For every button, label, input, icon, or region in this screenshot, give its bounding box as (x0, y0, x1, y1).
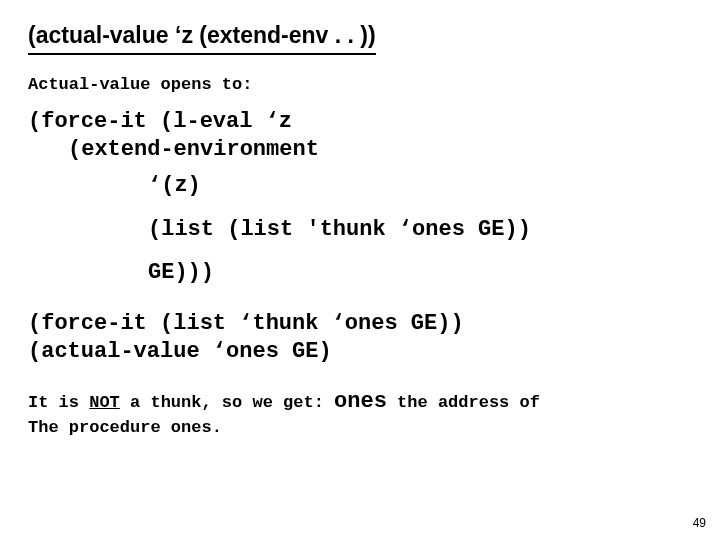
page-number: 49 (693, 516, 706, 530)
slide-title: (actual-value ‘z (extend-env . . )) (28, 22, 376, 55)
summary-ones: ones (334, 389, 387, 414)
intro-line: Actual-value opens to: (28, 75, 692, 94)
code-block-d: GE))) (148, 258, 692, 288)
summary-post1: the address of (387, 393, 540, 412)
code-block-c: (list (list 'thunk ‘ones GE)) (148, 215, 692, 245)
code-e-line1: (force-it (list ‘thunk ‘ones GE)) (28, 310, 692, 338)
summary-text: It is NOT a thunk, so we get: ones the a… (28, 387, 692, 440)
code-block-b: ‘(z) (148, 171, 692, 201)
summary-post2: The procedure ones. (28, 418, 222, 437)
summary-mid: a thunk, so we get: (120, 393, 334, 412)
summary-not: NOT (89, 393, 120, 412)
summary-pre: It is (28, 393, 89, 412)
code-a-line2: (extend-environment (28, 136, 692, 164)
code-block-a: (force-it (l-eval ‘z (extend-environment (28, 108, 692, 163)
code-block-e: (force-it (list ‘thunk ‘ones GE)) (actua… (28, 310, 692, 365)
code-e-line2: (actual-value ‘ones GE) (28, 338, 692, 366)
code-a-line1: (force-it (l-eval ‘z (28, 108, 692, 136)
